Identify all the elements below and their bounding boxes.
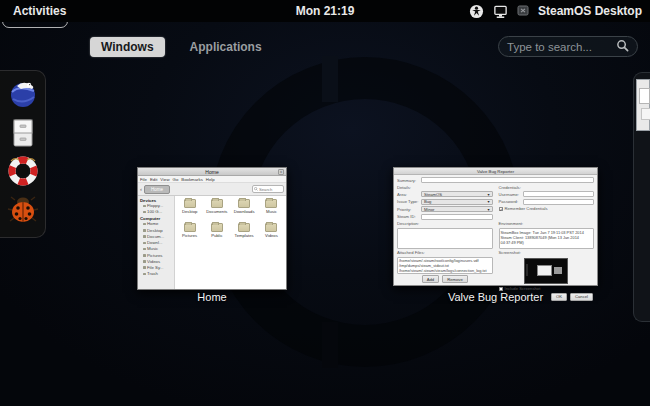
ring-gap-decoration	[322, 322, 338, 368]
folder-icon	[238, 199, 250, 208]
workspace-selector	[633, 72, 650, 322]
accessibility-icon[interactable]	[469, 4, 484, 19]
attached-file-selected: /home/steam/.steam/steam/logs/...	[398, 273, 492, 274]
folder-icon	[265, 199, 277, 208]
chevron-down-icon: ▾	[487, 199, 489, 204]
ladybug-icon	[7, 194, 39, 230]
web-browser-icon	[7, 78, 39, 114]
breadcrumb: Home	[144, 185, 170, 194]
home-body: Devices Floppy... 100 G... Computer Home…	[138, 196, 286, 289]
close-icon: x	[278, 169, 284, 175]
lifebuoy-icon	[7, 155, 39, 191]
folder-item: Desktop	[176, 199, 203, 223]
summary-field	[421, 177, 594, 183]
folder-item: Templates	[231, 223, 258, 247]
environment-box: SteamBox Image: Tue Jan 7 19:11:03 PST 2…	[499, 228, 595, 249]
window-thumbnail-home[interactable]: Home x File Edit View Go Bookmarks Help …	[137, 167, 287, 290]
issue-type-label: Issue Type:	[397, 199, 419, 204]
file-search-field: Search	[252, 185, 284, 193]
screenshot-preview	[524, 258, 568, 284]
description-field	[397, 228, 493, 249]
tab-applications[interactable]: Applications	[179, 37, 273, 57]
search-input[interactable]: Type to search...	[498, 36, 638, 57]
menu-help: Help	[206, 177, 215, 182]
home-sidebar: Devices Floppy... 100 G... Computer Home…	[138, 196, 175, 289]
folder-item: Documents	[203, 199, 230, 223]
screenshot-label: Screenshot:	[499, 250, 595, 255]
attached-files-label: Attached Files:	[397, 250, 493, 255]
password-label: Password:	[499, 199, 521, 204]
add-button: Add	[422, 275, 439, 283]
dash-item-web-browser[interactable]	[6, 79, 40, 113]
password-field	[523, 199, 595, 205]
status-area: SteamOS Desktop	[469, 0, 642, 22]
folder-item: Music	[258, 199, 285, 223]
notification-icon[interactable]	[517, 5, 529, 17]
home-title: Home	[205, 169, 218, 175]
folder-item: Public	[203, 223, 230, 247]
sidebar-item: 100 G...	[140, 209, 172, 215]
window-caption-home: Home	[137, 291, 287, 303]
search-placeholder: Type to search...	[507, 41, 616, 53]
workspace-thumbnail[interactable]	[636, 79, 650, 131]
dash-item-help[interactable]	[6, 156, 40, 190]
folder-item: Downloads	[231, 199, 258, 223]
attached-file: /home/steam/.steam/steam/logs/connection…	[398, 268, 492, 273]
folder-icon	[265, 223, 277, 232]
folder-item: Pictures	[176, 223, 203, 247]
back-icon: ‹	[140, 186, 142, 192]
area-dropdown: SteamOS▾	[421, 191, 493, 197]
menu-view: View	[160, 177, 169, 182]
details-label: Details:	[397, 185, 493, 190]
user-menu[interactable]: SteamOS Desktop	[538, 4, 642, 18]
home-toolbar: ‹ Home Search	[138, 183, 286, 196]
display-icon[interactable]	[493, 4, 508, 19]
steam-id-label: Steam ID:	[397, 214, 419, 219]
remember-credentials-checkbox: ✓	[499, 207, 503, 211]
menu-edit: Edit	[150, 177, 157, 182]
area-label: Area:	[397, 192, 419, 197]
window-caption-bug-reporter: Valve Bug Reporter	[393, 291, 598, 303]
top-bar: Activities Mon 21:19	[0, 0, 650, 22]
steam-id-field	[421, 214, 493, 220]
home-menubar: File Edit View Go Bookmarks Help	[138, 176, 286, 183]
menu-go: Go	[173, 177, 179, 182]
overview-tabs: Windows Applications	[90, 37, 273, 57]
dash-item-file-manager[interactable]	[6, 118, 40, 152]
dash	[0, 70, 46, 238]
folder-icon	[184, 223, 196, 232]
username-field	[523, 191, 595, 197]
search-icon	[616, 38, 629, 56]
include-screenshot-checkbox	[499, 287, 503, 291]
description-label: Description:	[397, 221, 493, 226]
sidebar-item: Trash	[140, 271, 172, 277]
home-folder-grid: Desktop Documents Downloads Music Pictur…	[175, 196, 286, 289]
menu-file: File	[140, 177, 147, 182]
attached-files-list: /home/steam/.steam/root/config/loginuser…	[397, 257, 493, 274]
chevron-down-icon: ▾	[487, 192, 489, 197]
folder-icon	[211, 223, 223, 232]
username-label: Username:	[499, 192, 521, 197]
attached-file: /home/steam/.steam/root/config/loginuser…	[398, 258, 492, 263]
bug-body: Summary: Details: Area: SteamOS▾ Issue T…	[394, 175, 597, 285]
dash-item-bug-reporter[interactable]	[6, 195, 40, 229]
gnome-activities-overview: Activities Mon 21:19	[0, 0, 650, 406]
environment-label: Environment:	[499, 221, 595, 226]
folder-icon	[211, 199, 223, 208]
priority-label: Priority:	[397, 207, 419, 212]
menu-bookmarks: Bookmarks	[181, 177, 203, 182]
remove-button: Remove	[442, 275, 468, 283]
priority-dropdown: Minor▾	[421, 206, 493, 212]
summary-label: Summary:	[397, 178, 419, 183]
chevron-down-icon: ▾	[487, 207, 489, 212]
credentials-label: Credentials:	[499, 185, 595, 190]
folder-icon	[238, 223, 250, 232]
file-cabinet-icon	[8, 117, 38, 153]
folder-item: Videos	[258, 223, 285, 247]
home-titlebar: Home x	[138, 168, 286, 176]
issue-type-dropdown: Bug▾	[421, 199, 493, 205]
remember-credentials-label: Remember Credentials	[505, 206, 548, 211]
window-thumbnail-bug-reporter[interactable]: Valve Bug Reporter Summary: Details: Are…	[393, 167, 598, 286]
tab-windows[interactable]: Windows	[90, 37, 165, 57]
folder-icon	[184, 199, 196, 208]
